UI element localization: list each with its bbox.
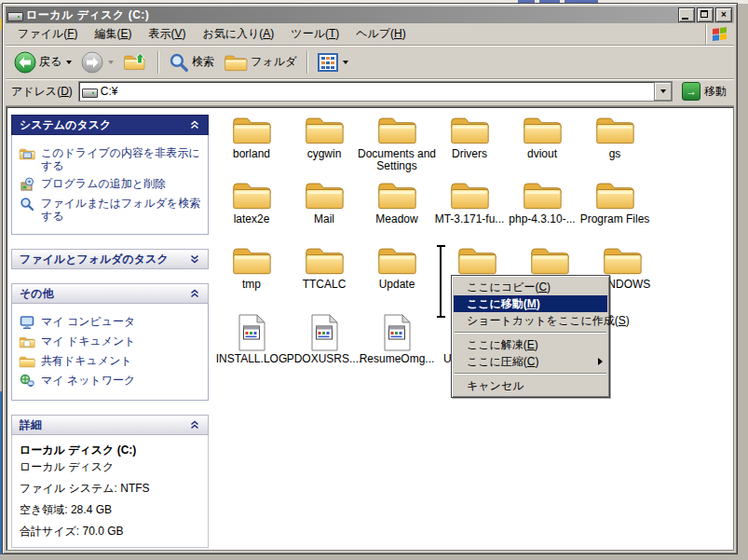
task-search-files[interactable]: ファイルまたはフォルダを検索する — [19, 197, 201, 223]
menu-create-shortcut-here[interactable]: ショートカットをここに作成(S) — [454, 312, 607, 329]
folder-icon — [231, 243, 272, 277]
section-file-folder-tasks: ファイルとフォルダのタスク — [11, 249, 209, 269]
folder-item[interactable]: php-4.3.10-... — [502, 178, 582, 225]
close-button[interactable]: × — [715, 7, 732, 22]
go-button[interactable]: → 移動 — [678, 81, 730, 102]
section-system-tasks: システムのタスク このドライブの内容を非表示にする — [11, 115, 209, 235]
folder-icon — [449, 178, 490, 212]
details-header[interactable]: 詳細 — [11, 415, 209, 435]
file-item[interactable]: PDOXUSRS.... — [284, 314, 364, 365]
folder-item[interactable]: borland — [211, 113, 292, 160]
details-free-space: 空き領域: 28.4 GB — [20, 502, 200, 518]
other-places-header[interactable]: その他 — [11, 283, 209, 304]
folder-item[interactable]: dviout — [502, 113, 582, 160]
chevron-up-icon[interactable] — [189, 288, 200, 299]
file-icon — [236, 314, 267, 351]
folder-item[interactable]: tmp — [211, 243, 292, 291]
folder-item[interactable]: latex2e — [211, 178, 292, 225]
menu-extract-here[interactable]: ここに解凍(E) — [454, 336, 607, 353]
folder-icon — [376, 113, 417, 146]
folder-icon — [231, 178, 272, 212]
folder-icon — [304, 178, 345, 212]
forward-icon — [81, 51, 103, 74]
folder-item[interactable]: gs — [575, 113, 655, 160]
up-folder-icon — [123, 51, 147, 74]
chevron-down-icon[interactable] — [189, 253, 200, 265]
maximize-button[interactable] — [697, 7, 714, 22]
back-icon — [14, 51, 36, 74]
menu-move-here[interactable]: ここに移動(M) — [454, 295, 607, 312]
menu-view[interactable]: 表示(V) — [140, 23, 194, 45]
folder-item[interactable]: MT-3.171-fu... — [429, 178, 510, 225]
folder-item[interactable]: Program Files — [575, 178, 655, 225]
folder-icon — [529, 243, 570, 277]
menu-cancel[interactable]: キャンセル — [454, 377, 607, 394]
address-bar: アドレス(D) C:¥ → 移動 — [6, 79, 734, 106]
folder-item[interactable]: Drivers — [429, 113, 510, 160]
folder-view: システムのタスク このドライブの内容を非表示にする — [6, 106, 734, 551]
link-my-documents[interactable]: マイ ドキュメント — [19, 335, 201, 349]
drag-context-menu: ここにコピー(C) ここに移動(M) ショートカットをここに作成(S) ここに解… — [451, 275, 610, 398]
menu-copy-here[interactable]: ここにコピー(C) — [454, 279, 607, 295]
task-add-remove-programs[interactable]: プログラムの追加と削除 — [19, 177, 201, 192]
toolbar-separator — [306, 51, 307, 74]
file-item[interactable]: INSTALL.LOG — [211, 314, 292, 365]
search-button[interactable]: 検索 — [166, 50, 217, 75]
drag-insertion-indicator — [437, 245, 445, 318]
my-documents-icon — [19, 335, 35, 349]
menu-compress-here[interactable]: ここに圧縮(C) — [454, 353, 607, 370]
menu-help[interactable]: ヘルプ(H) — [347, 23, 415, 45]
go-label: 移動 — [704, 84, 727, 100]
back-button[interactable]: 戻る — [11, 49, 75, 75]
link-my-computer[interactable]: マイ コンピュータ — [19, 315, 201, 330]
chevron-up-icon[interactable] — [189, 119, 200, 130]
folder-icon — [304, 113, 345, 146]
folder-item[interactable]: Mail — [284, 178, 364, 225]
back-dropdown-caret[interactable] — [66, 61, 72, 64]
address-dropdown-button[interactable] — [654, 82, 672, 101]
link-my-network[interactable]: マイ ネットワーク — [19, 374, 201, 389]
minimize-button[interactable] — [678, 7, 695, 22]
task-pane: システムのタスク このドライブの内容を非表示にする — [11, 115, 209, 551]
section-other-places: その他 マイ コンピュータ マイ ドキュメント — [11, 283, 209, 401]
menu-tools[interactable]: ツール(T) — [282, 23, 347, 45]
menu-bar: ファイル(F) 編集(E) 表示(V) お気に入り(A) ツール(T) ヘルプ(… — [6, 23, 734, 46]
details-body: ローカル ディスク (C:) ローカル ディスク ファイル システム: NTFS… — [11, 435, 209, 548]
file-item[interactable]: ResumeOmg... — [357, 314, 437, 365]
chevron-up-icon[interactable] — [189, 419, 200, 430]
menu-edit[interactable]: 編集(E) — [86, 23, 140, 45]
folder-icon — [594, 113, 635, 146]
folder-item[interactable]: TTCALC — [284, 243, 364, 291]
link-shared-documents[interactable]: 共有ドキュメント — [19, 354, 201, 369]
address-value: C:¥ — [101, 85, 118, 98]
folder-icon — [376, 243, 417, 277]
title-bar[interactable]: ローカル ディスク (C:) × — [6, 7, 734, 23]
folder-item[interactable] — [437, 243, 517, 277]
folder-item[interactable]: Meadow — [357, 178, 437, 225]
folder-item[interactable]: Documents and Settings — [357, 113, 437, 172]
menu-favorites[interactable]: お気に入り(A) — [195, 23, 283, 45]
folder-icon — [231, 113, 272, 146]
toolbar-separator — [157, 51, 158, 74]
folders-button[interactable]: フォルダ — [221, 50, 299, 75]
search-icon — [169, 52, 189, 73]
forward-dropdown-caret[interactable] — [108, 61, 114, 64]
forward-button[interactable] — [78, 49, 116, 75]
up-button[interactable] — [120, 49, 150, 75]
views-button[interactable] — [315, 51, 351, 74]
views-dropdown-caret[interactable] — [343, 61, 348, 64]
system-tasks-body: このドライブの内容を非表示にする プログラムの追加と削除 — [11, 135, 209, 235]
folder-item[interactable] — [510, 243, 590, 277]
address-label: アドレス(D) — [11, 84, 73, 100]
task-hide-drive-contents[interactable]: このドライブの内容を非表示にする — [19, 146, 201, 172]
file-folder-tasks-header[interactable]: ファイルとフォルダのタスク — [11, 249, 209, 269]
go-icon: → — [682, 82, 700, 101]
other-places-body: マイ コンピュータ マイ ドキュメント 共有ドキュメント — [11, 304, 209, 401]
folder-item[interactable]: Update — [357, 243, 437, 291]
folders-icon — [224, 52, 248, 73]
system-tasks-header[interactable]: システムのタスク — [11, 115, 209, 135]
folder-item[interactable]: cygwin — [284, 113, 364, 160]
back-label: 戻る — [39, 54, 61, 70]
menu-file[interactable]: ファイル(F) — [9, 23, 86, 45]
address-combobox[interactable]: C:¥ — [78, 81, 673, 102]
